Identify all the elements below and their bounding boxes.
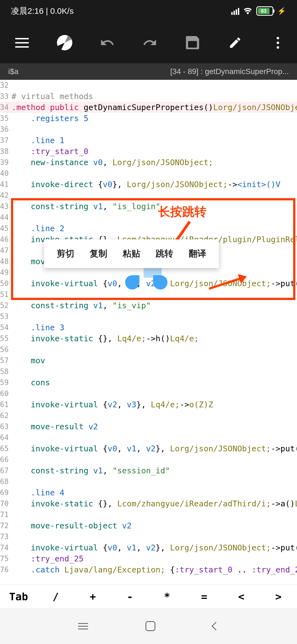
code-content[interactable]: cons [9, 377, 297, 388]
code-content[interactable] [9, 366, 297, 377]
code-line[interactable]: 51 [0, 289, 297, 300]
code-content[interactable] [9, 432, 297, 443]
breadcrumb-class[interactable]: i$a [8, 67, 18, 76]
code-line[interactable]: 55 invoke-static {}, Lq4/e;->h()Lq4/e; [0, 333, 297, 344]
menu-cut[interactable]: 剪切 [49, 248, 82, 260]
nav-back-button[interactable] [213, 623, 219, 629]
code-line[interactable]: 34.method public getDynamicSuperProperti… [0, 102, 297, 113]
code-content[interactable]: .line 4 [9, 487, 297, 498]
code-line[interactable]: 70 invoke-static {}, Lcom/zhangyue/iRead… [0, 498, 297, 509]
code-line[interactable]: 40 [0, 168, 297, 179]
menu-paste[interactable]: 粘贴 [115, 248, 148, 260]
code-line[interactable]: 73 [0, 531, 297, 542]
code-line[interactable]: 35 .registers 5 [0, 113, 297, 124]
code-content[interactable]: invoke-virtual {v0, v1, v2}, Lorg/json/J… [9, 443, 297, 454]
code-content[interactable] [9, 212, 297, 223]
code-content[interactable]: .catch Ljava/lang/Exception; {:try_start… [9, 564, 297, 575]
code-content[interactable] [9, 388, 297, 399]
symbol-key[interactable]: Tab [0, 591, 37, 603]
breadcrumb-method[interactable]: [34 - 89] : getDynamicSuperProp... [170, 67, 289, 76]
code-line[interactable]: 36 [0, 124, 297, 135]
code-line[interactable]: 74 invoke-virtual {v0, v1, v2}, Lorg/jso… [0, 542, 297, 553]
code-content[interactable] [9, 344, 297, 355]
code-content[interactable] [9, 311, 297, 322]
code-line[interactable]: 72 move-result-object v2 [0, 520, 297, 531]
code-editor[interactable]: 3233# virtual methods34.method public ge… [0, 80, 297, 575]
code-content[interactable] [9, 124, 297, 135]
code-line[interactable]: 56 [0, 344, 297, 355]
menu-button[interactable] [14, 34, 30, 51]
code-line[interactable]: 41 invoke-direct {v0}, Lorg/json/JSONObj… [0, 179, 297, 190]
code-content[interactable]: new-instance v0, Lorg/json/JSONObject; [9, 157, 297, 168]
symbol-key[interactable]: > [260, 591, 297, 603]
code-content[interactable] [9, 289, 297, 300]
code-content[interactable]: # virtual methods [9, 91, 297, 102]
code-line[interactable]: 39 new-instance v0, Lorg/json/JSONObject… [0, 157, 297, 168]
code-line[interactable]: 42 [0, 190, 297, 201]
code-content[interactable] [9, 531, 297, 542]
code-content[interactable]: invoke-direct {v0}, Lorg/json/JSONObject… [9, 179, 297, 190]
code-line[interactable]: 62 [0, 410, 297, 421]
code-content[interactable]: move-result-object v2 [9, 520, 297, 531]
code-content[interactable]: .method public getDynamicSuperProperties… [9, 102, 297, 113]
code-line[interactable]: 60 [0, 388, 297, 399]
selection-handle-left[interactable] [125, 275, 139, 290]
symbol-key[interactable]: - [111, 591, 148, 603]
code-content[interactable] [9, 509, 297, 520]
code-content[interactable]: .line 2 [9, 223, 297, 234]
undo-button[interactable] [99, 34, 116, 51]
code-content[interactable] [9, 190, 297, 201]
code-line[interactable]: 61 invoke-virtual {v2, v3}, Lq4/e;->o(Z)… [0, 399, 297, 410]
code-content[interactable]: :try_end_25 [9, 553, 297, 564]
navigate-button[interactable] [56, 34, 73, 51]
edit-button[interactable] [227, 34, 243, 51]
code-line[interactable]: 76 .catch Ljava/lang/Exception; {:try_st… [0, 564, 297, 575]
menu-jump[interactable]: 跳转 [148, 248, 181, 260]
code-line[interactable]: 68 [0, 476, 297, 487]
code-content[interactable]: .registers 5 [9, 113, 297, 124]
code-content[interactable]: invoke-static {}, Lcom/zhangyue/iReader/… [9, 498, 297, 509]
code-line[interactable]: 69 .line 4 [0, 487, 297, 498]
symbol-key[interactable]: + [74, 591, 111, 603]
menu-copy[interactable]: 复制 [82, 248, 115, 260]
redo-button[interactable] [142, 34, 158, 51]
menu-translate[interactable]: 翻译 [181, 248, 214, 260]
code-content[interactable]: :try_start_0 [9, 146, 297, 157]
code-line[interactable]: 38 :try_start_0 [0, 146, 297, 157]
more-button[interactable] [270, 34, 286, 51]
code-line[interactable]: 53 [0, 311, 297, 322]
code-content[interactable]: move-result v2 [9, 421, 297, 432]
code-content[interactable] [9, 410, 297, 421]
code-content[interactable]: .line 3 [9, 322, 297, 333]
code-content[interactable]: const-string v1, "is_vip" [9, 300, 297, 311]
code-line[interactable]: 65 invoke-virtual {v0, v1, v2}, Lorg/jso… [0, 443, 297, 454]
code-line[interactable]: 59 cons [0, 377, 297, 388]
code-line[interactable]: 75 :try_end_25 [0, 553, 297, 564]
code-content[interactable]: .line 1 [9, 135, 297, 146]
symbol-key[interactable]: / [37, 591, 74, 603]
code-content[interactable]: const-string v1, "is_login" [9, 201, 297, 212]
code-content[interactable] [9, 80, 297, 91]
code-line[interactable]: 58 [0, 366, 297, 377]
code-line[interactable]: 33# virtual methods [0, 91, 297, 102]
code-line[interactable]: 52 const-string v1, "is_vip" [0, 300, 297, 311]
code-line[interactable]: 66 [0, 454, 297, 465]
code-content[interactable]: const-string v1, "session_id" [9, 465, 297, 476]
symbol-key[interactable]: * [148, 591, 186, 603]
code-content[interactable] [9, 454, 297, 465]
code-content[interactable] [9, 476, 297, 487]
code-line[interactable]: 63 move-result v2 [0, 421, 297, 432]
code-line[interactable]: 32 [0, 80, 297, 91]
code-line[interactable]: 57 mov [0, 355, 297, 366]
code-line[interactable]: 43 const-string v1, "is_login" [0, 201, 297, 212]
code-line[interactable]: 45 .line 2 [0, 223, 297, 234]
code-line[interactable]: 37 .line 1 [0, 135, 297, 146]
save-button[interactable] [184, 34, 201, 51]
nav-recent-button[interactable] [78, 623, 88, 629]
code-content[interactable]: invoke-static {}, Lq4/e;->h()Lq4/e; [9, 333, 297, 344]
code-line[interactable]: 44 [0, 212, 297, 223]
code-line[interactable]: 64 [0, 432, 297, 443]
code-content[interactable]: invoke-virtual {v0, v1, v2}, Lorg/json/J… [9, 542, 297, 553]
code-line[interactable]: 67 const-string v1, "session_id" [0, 465, 297, 476]
selection-handle-right[interactable] [153, 275, 167, 290]
